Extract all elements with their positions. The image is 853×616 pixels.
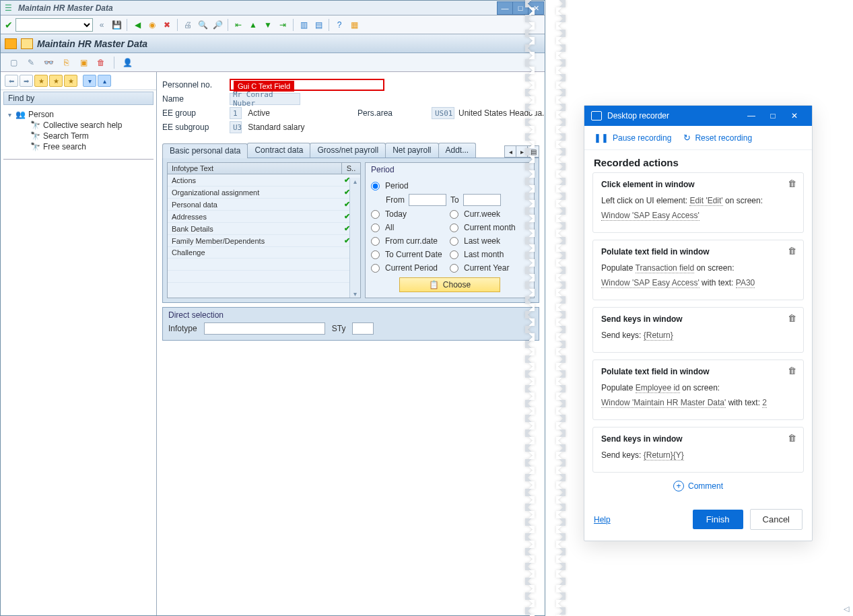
- nav-fav-add-button[interactable]: ★: [34, 75, 48, 87]
- recorder-minimize-button[interactable]: —: [741, 106, 762, 126]
- ok-check-icon[interactable]: ✔: [5, 20, 13, 30]
- tab-contract-data[interactable]: Contract data: [247, 143, 310, 158]
- save-icon[interactable]: 💾: [110, 19, 123, 31]
- nav-expand-button[interactable]: ▾: [83, 75, 96, 87]
- tab-net-payroll[interactable]: Net payroll: [385, 143, 438, 158]
- nav-collapse-button[interactable]: ▴: [98, 75, 111, 87]
- delete-action-button[interactable]: 🗑: [788, 178, 796, 189]
- radio-all[interactable]: All: [371, 221, 450, 234]
- card-link[interactable]: PA30: [736, 278, 755, 288]
- radio-input[interactable]: [371, 250, 380, 259]
- exit-icon[interactable]: ◉: [146, 19, 158, 31]
- infotype-row[interactable]: Actions✔: [168, 174, 360, 186]
- radio-curr-week[interactable]: Curr.week: [450, 207, 528, 221]
- nav-fav-button[interactable]: ★: [49, 75, 63, 87]
- infotype-scrollbar[interactable]: ▴▾: [349, 178, 360, 298]
- first-page-icon[interactable]: ⇤: [232, 19, 244, 31]
- status-resize-icon[interactable]: ◁: [844, 605, 849, 613]
- new-session-icon[interactable]: ▥: [298, 19, 310, 31]
- tab-scroll-right-button[interactable]: ▸: [516, 145, 528, 158]
- help-link[interactable]: Help: [594, 515, 611, 524]
- radio-from-curr-date[interactable]: From curr.date: [371, 234, 450, 248]
- reset-recording-button[interactable]: ↻ Reset recording: [683, 133, 752, 143]
- radio-input[interactable]: [450, 210, 458, 219]
- radio-input[interactable]: [450, 264, 458, 273]
- cancel-button[interactable]: Cancel: [750, 509, 803, 530]
- radio-last-month[interactable]: Last month: [450, 248, 528, 261]
- infotype-row[interactable]: Bank Details✔: [168, 223, 360, 235]
- copy-icon[interactable]: ⎘: [60, 57, 72, 69]
- tree-item[interactable]: 🔭 Free search: [5, 141, 156, 152]
- finish-button[interactable]: Finish: [693, 510, 743, 529]
- radio-input[interactable]: [371, 210, 380, 219]
- radio-current-year[interactable]: Current Year: [450, 261, 528, 275]
- cancel-icon[interactable]: ✖: [161, 19, 173, 31]
- delete-action-button[interactable]: 🗑: [788, 366, 796, 376]
- radio-to-current-date[interactable]: To Current Date: [371, 248, 450, 261]
- layout-icon[interactable]: ▦: [348, 19, 360, 31]
- pause-recording-button[interactable]: ❚❚ Pause recording: [594, 133, 671, 143]
- overview-icon[interactable]: 👤: [121, 57, 133, 69]
- card-link[interactable]: Employee id: [636, 383, 680, 393]
- recorder-close-button[interactable]: ✕: [784, 106, 805, 126]
- card-link[interactable]: Edit 'Edit': [689, 196, 722, 206]
- radio-input[interactable]: [371, 224, 380, 232]
- card-link[interactable]: Window 'Maintain HR Master Data': [601, 398, 726, 408]
- tab-scroll-left-button[interactable]: ◂: [504, 145, 516, 158]
- tree-twisty-icon[interactable]: ▾: [6, 111, 13, 118]
- tab-additional[interactable]: Addt...: [438, 143, 477, 158]
- radio-input[interactable]: [371, 264, 380, 273]
- help-icon[interactable]: ?: [333, 19, 345, 31]
- add-comment-button[interactable]: + Comment: [584, 473, 812, 501]
- infotype-row[interactable]: Family Member/Dependents✔: [168, 235, 360, 247]
- tree-item-person[interactable]: ▾ 👥 Person: [5, 109, 156, 120]
- radio-period-input[interactable]: [371, 182, 380, 191]
- radio-input[interactable]: [371, 237, 380, 246]
- radio-input[interactable]: [450, 224, 458, 232]
- nav-forward-button[interactable]: ➡: [20, 75, 33, 87]
- window-minimize-button[interactable]: —: [497, 1, 513, 15]
- tree-item[interactable]: 🔭 Collective search help: [5, 120, 156, 131]
- window-close-button[interactable]: ✕: [528, 1, 544, 15]
- delete-icon[interactable]: 🗑: [95, 57, 107, 69]
- infotype-row[interactable]: Organizational assignment✔: [168, 186, 360, 199]
- infotype-row[interactable]: Addresses✔: [168, 211, 360, 223]
- period-from-input[interactable]: [409, 194, 446, 206]
- prev-page-icon[interactable]: ▲: [247, 19, 259, 31]
- infotype-input[interactable]: [204, 322, 325, 335]
- print-icon[interactable]: 🖨: [182, 19, 194, 31]
- card-link[interactable]: Transaction field: [636, 263, 695, 273]
- last-page-icon[interactable]: ⇥: [277, 19, 289, 31]
- radio-current-period[interactable]: Current Period: [371, 261, 450, 275]
- infotype-row[interactable]: Challenge: [168, 247, 360, 259]
- nav-back-button[interactable]: ⬅: [5, 75, 18, 87]
- radio-period[interactable]: Period: [371, 179, 528, 193]
- next-page-icon[interactable]: ▼: [262, 19, 274, 31]
- find-icon[interactable]: 🔍: [197, 19, 209, 31]
- tab-gross-net-payroll[interactable]: Gross/net payroll: [310, 143, 386, 158]
- display-icon[interactable]: 👓: [42, 57, 55, 69]
- back-icon[interactable]: ◀: [131, 19, 143, 31]
- choose-button[interactable]: 📋 Choose: [399, 277, 500, 292]
- sty-input[interactable]: [352, 322, 374, 335]
- infotype-row[interactable]: Personal data✔: [168, 199, 360, 211]
- create-icon[interactable]: ▢: [7, 57, 20, 69]
- radio-current-month[interactable]: Current month: [450, 221, 528, 234]
- card-link[interactable]: 2: [762, 398, 767, 408]
- tab-list-button[interactable]: ▤: [527, 145, 539, 158]
- history-back-icon[interactable]: «: [96, 19, 108, 31]
- radio-today[interactable]: Today: [371, 207, 450, 221]
- card-link[interactable]: Window 'SAP Easy Access': [601, 211, 700, 221]
- radio-input[interactable]: [450, 250, 458, 259]
- command-field[interactable]: [15, 18, 93, 32]
- card-link[interactable]: Window 'SAP Easy Access': [601, 278, 700, 288]
- period-to-input[interactable]: [463, 194, 501, 206]
- shortcut-icon[interactable]: ▤: [312, 19, 325, 31]
- delete-action-button[interactable]: 🗑: [788, 246, 796, 256]
- tree-item[interactable]: 🔭 Search Term: [5, 131, 156, 141]
- edit-icon[interactable]: ✎: [25, 57, 37, 69]
- delete-action-button[interactable]: 🗑: [788, 433, 796, 443]
- radio-last-week[interactable]: Last week: [450, 234, 528, 248]
- tab-basic-personal-data[interactable]: Basic personal data: [162, 143, 248, 158]
- find-next-icon[interactable]: 🔎: [211, 19, 224, 31]
